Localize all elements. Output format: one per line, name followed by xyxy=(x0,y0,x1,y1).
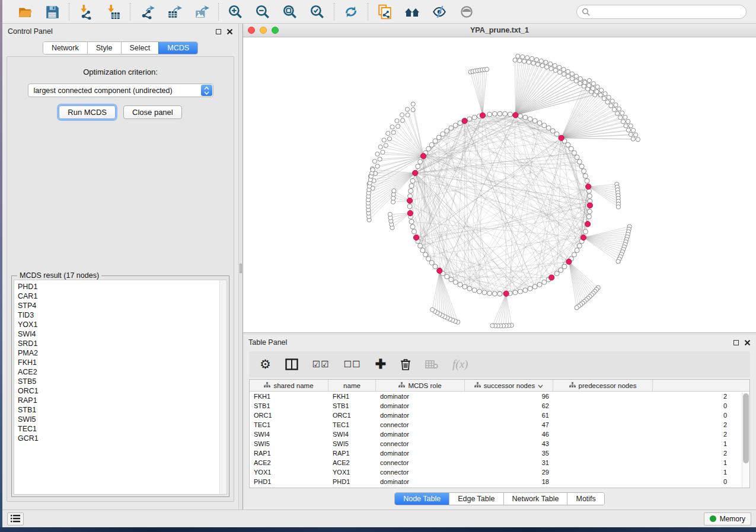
network-node[interactable] xyxy=(532,284,537,289)
network-node[interactable] xyxy=(416,164,420,169)
network-node[interactable] xyxy=(623,115,627,119)
network-node[interactable] xyxy=(487,291,492,296)
mcds-network-node[interactable] xyxy=(503,291,509,296)
network-node[interactable] xyxy=(614,103,618,107)
network-node[interactable] xyxy=(445,129,449,133)
zoom-selected-icon[interactable] xyxy=(309,4,326,20)
mcds-network-node[interactable] xyxy=(480,113,485,118)
network-node[interactable] xyxy=(409,184,414,188)
network-node[interactable] xyxy=(423,252,428,257)
table-row[interactable]: FKH1FKH1dominator962 xyxy=(250,392,749,401)
add-icon[interactable]: ✚ xyxy=(375,358,386,370)
network-node[interactable] xyxy=(467,117,472,121)
network-node[interactable] xyxy=(587,194,592,198)
mcds-result-item[interactable]: FKH1 xyxy=(18,358,219,367)
network-node[interactable] xyxy=(540,63,544,68)
network-node[interactable] xyxy=(375,152,379,156)
mcds-result-item[interactable]: TID3 xyxy=(18,310,219,320)
mcds-result-item[interactable]: SRD1 xyxy=(18,339,219,348)
network-node[interactable] xyxy=(371,168,375,172)
network-node[interactable] xyxy=(557,65,562,69)
network-node[interactable] xyxy=(629,132,633,136)
search-field[interactable] xyxy=(576,5,747,19)
table-row[interactable]: TEC1TEC1connector472 xyxy=(250,420,749,430)
network-node[interactable] xyxy=(395,124,400,129)
network-node[interactable] xyxy=(532,118,537,123)
network-node[interactable] xyxy=(400,113,404,117)
open-session-icon[interactable] xyxy=(17,4,33,20)
network-node[interactable] xyxy=(595,89,599,94)
mcds-list-scrollbar[interactable] xyxy=(219,280,227,494)
export-network-icon[interactable] xyxy=(139,4,155,20)
network-node[interactable] xyxy=(566,69,570,73)
network-node[interactable] xyxy=(485,67,489,71)
window-zoom-icon[interactable] xyxy=(272,27,279,34)
network-node[interactable] xyxy=(583,229,588,234)
vertical-splitter[interactable] xyxy=(238,24,243,509)
network-node[interactable] xyxy=(388,212,392,216)
close-panel-icon[interactable] xyxy=(227,28,233,35)
run-mcds-button[interactable]: Run MCDS xyxy=(59,105,116,119)
network-node[interactable] xyxy=(411,108,415,112)
network-node[interactable] xyxy=(429,142,434,147)
network-node[interactable] xyxy=(430,307,434,312)
network-node[interactable] xyxy=(527,60,531,64)
network-node[interactable] xyxy=(522,59,526,63)
network-node[interactable] xyxy=(554,271,559,276)
network-node[interactable] xyxy=(631,128,635,132)
mcds-result-item[interactable]: GCR1 xyxy=(18,434,219,443)
network-node[interactable] xyxy=(587,84,591,88)
network-node[interactable] xyxy=(453,280,458,284)
table-row[interactable]: ACE2ACE2connector311 xyxy=(250,458,749,467)
mcds-result-item[interactable]: PMA2 xyxy=(18,348,219,358)
mcds-network-node[interactable] xyxy=(413,235,419,240)
mcds-network-node[interactable] xyxy=(407,198,412,203)
network-node[interactable] xyxy=(482,290,487,295)
network-node[interactable] xyxy=(612,107,616,111)
network-node[interactable] xyxy=(372,159,377,164)
network-node[interactable] xyxy=(616,259,620,264)
network-node[interactable] xyxy=(497,111,502,116)
network-node[interactable] xyxy=(384,143,388,148)
memory-button[interactable]: Memory xyxy=(704,512,751,525)
network-node[interactable] xyxy=(458,282,462,287)
network-node[interactable] xyxy=(392,188,396,193)
network-node[interactable] xyxy=(411,102,415,106)
mcds-result-item[interactable]: STB5 xyxy=(18,377,219,386)
network-node[interactable] xyxy=(553,63,557,68)
network-node[interactable] xyxy=(578,81,582,85)
network-node[interactable] xyxy=(572,150,576,155)
network-node[interactable] xyxy=(513,58,517,62)
delete-table-icon[interactable] xyxy=(425,360,438,369)
mcds-result-item[interactable]: CAR1 xyxy=(18,291,219,301)
mcds-network-node[interactable] xyxy=(513,113,518,118)
network-node[interactable] xyxy=(574,74,578,78)
network-node[interactable] xyxy=(534,57,538,62)
network-node[interactable] xyxy=(513,290,518,295)
network-node[interactable] xyxy=(578,76,582,81)
mcds-result-item[interactable]: YOX1 xyxy=(18,320,219,329)
network-node[interactable] xyxy=(462,284,467,289)
mcds-result-item[interactable]: PHD1 xyxy=(18,282,219,291)
network-node[interactable] xyxy=(537,121,542,126)
new-network-from-selection-icon[interactable] xyxy=(377,4,393,20)
network-node[interactable] xyxy=(583,174,588,178)
network-node[interactable] xyxy=(554,132,559,136)
close-panel-icon[interactable] xyxy=(744,339,751,346)
network-node[interactable] xyxy=(381,150,385,154)
network-node[interactable] xyxy=(418,243,423,248)
network-node[interactable] xyxy=(598,93,602,97)
network-node[interactable] xyxy=(603,92,607,96)
table-row[interactable]: PHD1PHD1dominator180 xyxy=(250,477,749,486)
network-node[interactable] xyxy=(562,264,567,269)
network-node[interactable] xyxy=(542,123,547,128)
network-node[interactable] xyxy=(575,155,579,160)
network-node[interactable] xyxy=(441,132,445,136)
tab-network-table[interactable]: Network Table xyxy=(503,493,567,505)
mcds-network-node[interactable] xyxy=(420,153,426,159)
tab-network[interactable]: Network xyxy=(43,42,87,54)
export-table-icon[interactable] xyxy=(166,4,183,20)
network-node[interactable] xyxy=(410,178,415,183)
network-node[interactable] xyxy=(631,137,635,141)
network-node[interactable] xyxy=(542,280,547,284)
